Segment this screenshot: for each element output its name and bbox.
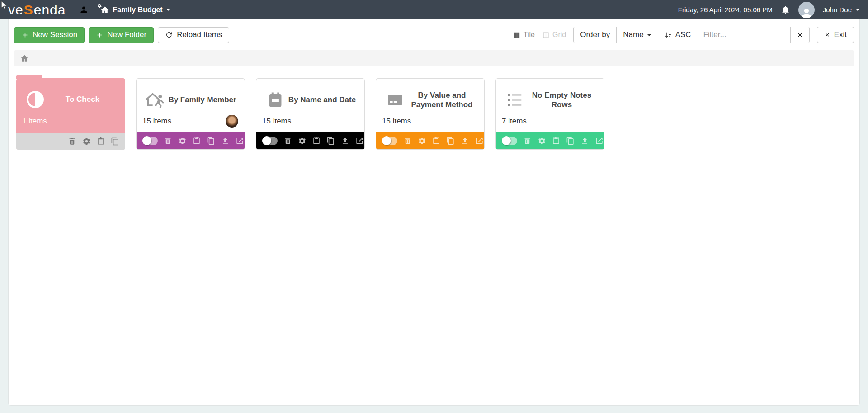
plus-icon xyxy=(96,31,104,39)
list-icon xyxy=(504,91,526,109)
member-photo-avatar xyxy=(226,115,238,128)
session-card-by-family-member[interactable]: By Family Member 15 items xyxy=(136,78,245,150)
folder-card-to-check[interactable]: To Check 1 items xyxy=(16,78,125,150)
order-by-label[interactable]: Order by xyxy=(574,27,616,43)
card-footer xyxy=(376,132,484,149)
view-grid-button[interactable]: Grid xyxy=(542,31,566,39)
calendar-icon xyxy=(264,91,286,109)
half-circle-icon xyxy=(24,91,46,108)
delete-icon[interactable] xyxy=(403,137,412,145)
session-card-by-name-and-date[interactable]: By Name and Date 15 items xyxy=(256,78,365,150)
chevron-down-icon xyxy=(166,9,170,11)
copy-icon[interactable] xyxy=(207,137,215,145)
plus-icon xyxy=(21,31,29,39)
profile-icon[interactable] xyxy=(79,5,89,14)
card-title: By Family Member xyxy=(166,95,238,104)
card-toggle[interactable] xyxy=(502,137,517,145)
upload-icon[interactable] xyxy=(580,137,589,145)
chevron-down-icon xyxy=(647,34,651,36)
card-footer xyxy=(256,132,364,149)
settings-gear-icon[interactable] xyxy=(418,137,426,145)
family-member-icon xyxy=(145,91,166,109)
datetime-text: Friday, 26 April 2024, 05:06 PM xyxy=(678,6,773,14)
new-folder-button[interactable]: New Folder xyxy=(89,27,154,43)
sort-direction-button[interactable]: ASC xyxy=(658,27,698,43)
delete-icon[interactable] xyxy=(164,137,172,145)
sort-filter-group: Order by Name ASC xyxy=(573,27,809,43)
copy-icon[interactable] xyxy=(326,137,335,145)
card-toggle[interactable] xyxy=(262,137,278,145)
tile-view-icon xyxy=(513,31,521,39)
open-external-icon[interactable] xyxy=(236,137,244,145)
card-toggle[interactable] xyxy=(382,137,397,145)
toolbar: New Session New Folder Reload Items Tile… xyxy=(14,27,854,43)
items-count: 15 items xyxy=(262,117,291,126)
open-external-icon[interactable] xyxy=(475,137,484,145)
user-menu[interactable]: John Doe xyxy=(823,6,860,14)
copy-icon[interactable] xyxy=(111,137,119,146)
sort-asc-icon xyxy=(665,31,672,39)
new-session-button[interactable]: New Session xyxy=(14,27,85,43)
open-external-icon[interactable] xyxy=(595,137,604,145)
delete-icon[interactable] xyxy=(523,137,532,145)
view-tile-button[interactable]: Tile xyxy=(513,31,535,39)
delete-icon[interactable] xyxy=(283,137,292,145)
items-count: 1 items xyxy=(22,117,47,126)
upload-icon[interactable] xyxy=(341,137,349,145)
cards-row: To Check 1 items By Family Member 15 it xyxy=(14,78,854,150)
reload-items-button[interactable]: Reload Items xyxy=(158,27,229,43)
paste-clipboard-icon[interactable] xyxy=(432,137,440,145)
paste-clipboard-icon[interactable] xyxy=(97,137,105,145)
paste-clipboard-icon[interactable] xyxy=(312,137,321,145)
exit-button[interactable]: Exit xyxy=(817,27,854,43)
main-panel: New Session New Folder Reload Items Tile… xyxy=(8,19,860,406)
settings-gear-icon[interactable] xyxy=(298,137,307,145)
settings-gear-icon[interactable] xyxy=(82,137,91,146)
copy-icon[interactable] xyxy=(566,137,575,145)
card-title: No Empty Notes Rows xyxy=(526,90,598,110)
card-footer xyxy=(16,133,125,150)
folder-tab xyxy=(16,75,42,79)
sort-field-button[interactable]: Name xyxy=(616,27,657,43)
card-footer xyxy=(496,132,604,149)
refresh-icon xyxy=(165,31,173,39)
filter-input[interactable] xyxy=(698,27,790,43)
upload-icon[interactable] xyxy=(461,137,469,145)
open-external-icon[interactable] xyxy=(355,137,364,145)
credit-card-icon xyxy=(384,91,406,109)
items-count: 15 items xyxy=(142,117,171,126)
upload-icon[interactable] xyxy=(221,137,230,145)
workspace-menu[interactable]: Family Budget xyxy=(100,5,170,14)
logo-text-post: enda xyxy=(34,2,66,18)
home-gear-icon xyxy=(100,5,109,14)
chevron-down-icon xyxy=(855,9,860,11)
session-card-by-value-and-payment-method[interactable]: By Value and Payment Method 15 items xyxy=(376,78,485,150)
app-logo[interactable]: veSenda xyxy=(8,2,66,18)
breadcrumb xyxy=(14,50,854,66)
paste-clipboard-icon[interactable] xyxy=(193,137,201,145)
card-toggle[interactable] xyxy=(142,137,158,145)
settings-gear-icon[interactable] xyxy=(538,137,546,145)
card-title: By Name and Date xyxy=(286,95,358,104)
notifications-bell-icon[interactable] xyxy=(781,5,790,14)
card-title: By Value and Payment Method xyxy=(406,90,478,110)
workspace-label: Family Budget xyxy=(113,6,162,14)
paste-clipboard-icon[interactable] xyxy=(552,137,560,145)
logo-text-pre: ve xyxy=(8,2,24,18)
topbar: veSenda Family Budget Friday, 26 April 2… xyxy=(0,0,868,19)
settings-gear-icon[interactable] xyxy=(178,137,187,145)
grid-view-icon xyxy=(542,31,550,39)
items-count: 15 items xyxy=(382,117,411,126)
items-count: 7 items xyxy=(502,117,527,126)
card-footer xyxy=(137,132,245,149)
logo-accent: S xyxy=(24,2,34,18)
user-name: John Doe xyxy=(823,6,852,14)
clear-icon xyxy=(797,32,803,38)
session-card-no-empty-notes-rows[interactable]: No Empty Notes Rows 7 items xyxy=(495,78,604,150)
breadcrumb-home-icon[interactable] xyxy=(20,54,29,63)
delete-icon[interactable] xyxy=(68,137,76,146)
user-avatar[interactable] xyxy=(798,2,815,18)
clear-filter-button[interactable] xyxy=(790,27,809,43)
card-title: To Check xyxy=(46,95,119,104)
copy-icon[interactable] xyxy=(446,137,455,145)
